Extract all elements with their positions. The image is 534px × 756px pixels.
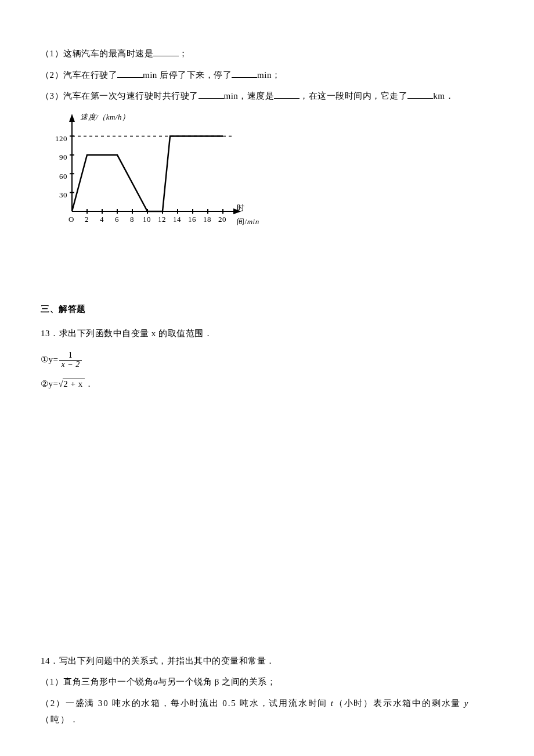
x-tick-6: 6	[115, 213, 119, 227]
y-tick-60: 60	[51, 170, 67, 184]
q13-item2-prefix: ②y=	[41, 379, 58, 388]
x-tick-12: 12	[158, 213, 166, 227]
square-root: 2 + x	[58, 376, 84, 393]
q12-sub3-post: km．	[433, 91, 454, 100]
x-tick-4: 4	[100, 213, 104, 227]
q14-sub2: （2）一盛满 30 吨水的水箱，每小时流出 0.5 吨水，试用流水时间 t（小时…	[41, 695, 493, 728]
q12-sub3-mid2: ，在这一段时间内，它走了	[300, 91, 407, 100]
blank	[274, 89, 300, 99]
q13-item2-suffix: ．	[85, 379, 94, 388]
chart-svg	[41, 109, 267, 225]
chart-x-axis-label: 时间/min	[237, 201, 267, 229]
blank	[407, 89, 433, 99]
q14-sub2-a: （2）一盛满 30 吨水的水箱，每小时流出 0.5 吨水，试用流水时间	[41, 699, 331, 708]
q12-sub1-pre: （1）这辆汽车的最高时速是	[41, 49, 153, 58]
blank	[199, 89, 224, 99]
whitespace-gap	[41, 397, 493, 647]
chart-y-unit: km/h	[106, 113, 122, 121]
q13-item2: ②y=2 + x．	[41, 376, 493, 393]
radicand: 2 + x	[63, 379, 84, 388]
blank	[153, 47, 179, 56]
chart-y-unit-close: ）	[122, 113, 130, 121]
x-tick-2: 2	[85, 213, 89, 227]
chart-x-unit: min	[247, 217, 259, 226]
blank	[117, 69, 143, 78]
x-tick-origin: O	[68, 213, 74, 227]
q14-sub2-b: （小时）表示水箱中的剩水量	[334, 699, 464, 708]
speed-time-chart: 速度/（km/h） 时间/min 30 60 90 120 O 2 4 6 8 …	[41, 109, 267, 225]
q13-item1: ①y=1x − 2	[41, 351, 493, 369]
chart-y-unit-open: （	[98, 113, 106, 121]
q12-sub3-pre: （3）汽车在第一次匀速行驶时共行驶了	[41, 91, 199, 100]
fraction-numerator: 1	[59, 351, 81, 361]
q12-sub2-pre: （2）汽车在行驶了	[41, 70, 117, 80]
q14-sub1-c: 之间的关系；	[219, 677, 276, 686]
beta-symbol: β	[215, 677, 219, 686]
q13-stem: 13．求出下列函数中自变量 x 的取值范围．	[41, 325, 493, 342]
q12-sub3-mid1: min，速度是	[224, 91, 275, 100]
section-3-title: 三、解答题	[41, 301, 493, 318]
q12-sub2: （2）汽车在行驶了min 后停了下来，停了min；	[41, 67, 493, 84]
q14-sub1-a: （1）直角三角形中一个锐角	[41, 677, 153, 686]
fraction: 1x − 2	[59, 351, 81, 369]
x-tick-14: 14	[173, 213, 181, 227]
q14-sub1: （1）直角三角形中一个锐角α与另一个锐角 β 之间的关系；	[41, 674, 493, 690]
q12-sub2-mid1: min 后停了下来，停了	[143, 70, 232, 80]
var-y: y	[464, 699, 469, 708]
x-tick-16: 16	[188, 213, 196, 227]
q14-stem: 14．写出下列问题中的关系式，并指出其中的变量和常量．	[41, 653, 493, 669]
blank	[232, 69, 257, 78]
chart-y-label-text: 速度/	[80, 113, 98, 121]
chart-y-axis-label: 速度/（km/h）	[80, 110, 129, 125]
q13-item1-prefix: ①y=	[41, 355, 58, 364]
chart-x-label-text: 时间/	[237, 203, 247, 226]
x-tick-18: 18	[203, 213, 211, 227]
q12-sub2-post: min；	[257, 70, 280, 80]
q14-sub1-b: 与另一个锐角	[158, 677, 214, 686]
q14-sub2-c: （吨）．	[41, 715, 80, 724]
q12-sub1: （1）这辆汽车的最高时速是；	[41, 45, 493, 62]
y-tick-90: 90	[51, 150, 67, 165]
fraction-denominator: x − 2	[59, 361, 81, 369]
x-tick-10: 10	[143, 213, 151, 227]
svg-marker-1	[69, 114, 75, 122]
q12-sub3: （3）汽车在第一次匀速行驶时共行驶了min，速度是，在这一段时间内，它走了km．	[41, 88, 493, 105]
x-tick-8: 8	[130, 213, 134, 227]
q12-sub1-post: ；	[179, 49, 188, 58]
y-tick-120: 120	[51, 132, 67, 146]
x-tick-20: 20	[218, 213, 226, 227]
y-tick-30: 30	[51, 188, 67, 203]
